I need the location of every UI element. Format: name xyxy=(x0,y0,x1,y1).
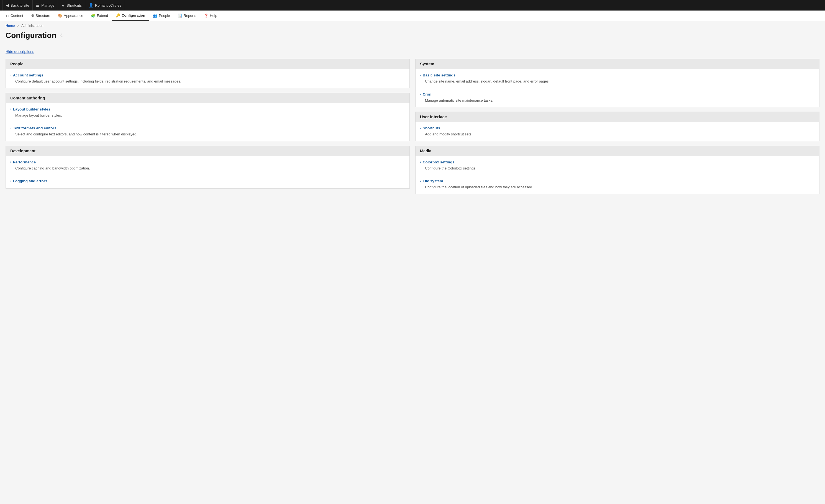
item-link-account-settings[interactable]: ›Account settings xyxy=(10,73,405,77)
chevron-icon: › xyxy=(420,127,421,130)
item-link-label-shortcuts: Shortcuts xyxy=(423,126,440,130)
config-grid: People›Account settingsConfigure default… xyxy=(6,59,819,198)
nav-configuration[interactable]: 🔑 Configuration xyxy=(112,10,149,21)
star-icon: ★ xyxy=(61,3,65,7)
nav-extend[interactable]: 🧩 Extend xyxy=(87,10,111,21)
config-section-content-authoring: Content authoring›Layout builder stylesM… xyxy=(6,93,410,141)
people-icon: 👥 xyxy=(153,14,157,18)
admin-toolbar: ◀ Back to site ☰ Manage ★ Shortcuts 👤 Ro… xyxy=(0,0,825,10)
nav-help[interactable]: ❓ Help xyxy=(200,10,221,21)
item-link-logging-errors[interactable]: ›Logging and errors xyxy=(10,179,405,183)
page-title: Configuration xyxy=(6,31,57,40)
item-link-layout-builder-styles[interactable]: ›Layout builder styles xyxy=(10,107,405,111)
reports-icon: 📊 xyxy=(178,14,182,18)
secondary-nav: ◻ Content ⚙ Structure 🎨 Appearance 🧩 Ext… xyxy=(0,10,825,21)
manage-icon: ☰ xyxy=(36,3,40,7)
content-icon: ◻ xyxy=(6,14,9,18)
left-column: People›Account settingsConfigure default… xyxy=(6,59,410,198)
configuration-icon: 🔑 xyxy=(116,13,120,17)
back-to-site-label: Back to site xyxy=(10,3,29,7)
item-link-label-layout-builder-styles: Layout builder styles xyxy=(13,107,51,111)
breadcrumb-separator: > xyxy=(17,24,19,28)
chevron-icon: › xyxy=(10,160,11,164)
section-header-media: Media xyxy=(416,146,819,156)
item-desc-shortcuts: Add and modify shortcut sets. xyxy=(420,132,815,137)
config-section-media: Media›Colorbox settingsConfigure the Col… xyxy=(415,146,819,194)
section-item-shortcuts: ›ShortcutsAdd and modify shortcut sets. xyxy=(416,122,819,141)
chevron-icon: › xyxy=(420,92,421,96)
manage-button[interactable]: ☰ Manage xyxy=(33,0,58,10)
user-icon: 👤 xyxy=(89,3,93,7)
breadcrumb-home[interactable]: Home xyxy=(6,24,15,28)
shortcuts-label: Shortcuts xyxy=(67,3,82,7)
chevron-icon: › xyxy=(10,179,11,183)
right-column: System›Basic site settingsChange site na… xyxy=(415,59,819,198)
user-button[interactable]: 👤 RomanticCircles xyxy=(85,0,125,10)
section-item-performance: ›PerformanceConfigure caching and bandwi… xyxy=(6,156,409,175)
nav-people-label: People xyxy=(159,14,170,18)
item-link-label-account-settings: Account settings xyxy=(13,73,44,77)
item-link-file-system[interactable]: ›File system xyxy=(420,179,815,183)
config-section-system: System›Basic site settingsChange site na… xyxy=(415,59,819,107)
item-link-colorbox-settings[interactable]: ›Colorbox settings xyxy=(420,160,815,164)
section-item-account-settings: ›Account settingsConfigure default user … xyxy=(6,69,409,88)
breadcrumb-admin: Administration xyxy=(21,24,43,28)
bookmark-icon[interactable]: ☆ xyxy=(59,32,64,39)
config-section-user-interface: User interface›ShortcutsAdd and modify s… xyxy=(415,111,819,141)
item-desc-account-settings: Configure default user account settings,… xyxy=(10,79,405,84)
shortcuts-button[interactable]: ★ Shortcuts xyxy=(58,0,85,10)
nav-content[interactable]: ◻ Content xyxy=(2,10,27,21)
item-link-shortcuts[interactable]: ›Shortcuts xyxy=(420,126,815,130)
section-item-text-formats-editors: ›Text formats and editorsSelect and conf… xyxy=(6,122,409,141)
nav-content-label: Content xyxy=(10,14,23,18)
item-desc-colorbox-settings: Configure the Colorbox settings. xyxy=(420,166,815,171)
section-header-development: Development xyxy=(6,146,409,156)
nav-appearance[interactable]: 🎨 Appearance xyxy=(54,10,87,21)
item-link-cron[interactable]: ›Cron xyxy=(420,92,815,96)
chevron-icon: › xyxy=(10,107,11,111)
chevron-icon: › xyxy=(420,74,421,77)
nav-reports-label: Reports xyxy=(184,14,197,18)
back-to-site-button[interactable]: ◀ Back to site xyxy=(2,0,33,10)
section-item-colorbox-settings: ›Colorbox settingsConfigure the Colorbox… xyxy=(416,156,819,175)
item-link-label-cron: Cron xyxy=(423,92,432,96)
section-header-system: System xyxy=(416,59,819,69)
item-link-label-text-formats-editors: Text formats and editors xyxy=(13,126,57,130)
structure-icon: ⚙ xyxy=(31,14,34,18)
item-link-basic-site-settings[interactable]: ›Basic site settings xyxy=(420,73,815,77)
chevron-icon: › xyxy=(10,127,11,130)
section-item-logging-errors: ›Logging and errors xyxy=(6,175,409,188)
section-item-cron: ›CronManage automatic site maintenance t… xyxy=(416,88,819,107)
back-arrow-icon: ◀ xyxy=(6,3,9,7)
section-item-basic-site-settings: ›Basic site settingsChange site name, em… xyxy=(416,69,819,88)
nav-appearance-label: Appearance xyxy=(64,14,83,18)
config-section-development: Development›PerformanceConfigure caching… xyxy=(6,146,410,189)
item-desc-layout-builder-styles: Manage layout builder styles. xyxy=(10,113,405,118)
item-link-label-performance: Performance xyxy=(13,160,36,164)
chevron-icon: › xyxy=(420,179,421,183)
item-link-label-colorbox-settings: Colorbox settings xyxy=(423,160,455,164)
section-item-layout-builder-styles: ›Layout builder stylesManage layout buil… xyxy=(6,103,409,122)
chevron-icon: › xyxy=(10,74,11,77)
page-header: Configuration ☆ xyxy=(0,29,825,45)
main-content: Hide descriptions People›Account setting… xyxy=(0,45,825,203)
nav-reports[interactable]: 📊 Reports xyxy=(174,10,200,21)
nav-people[interactable]: 👥 People xyxy=(149,10,174,21)
nav-structure[interactable]: ⚙ Structure xyxy=(27,10,54,21)
item-link-performance[interactable]: ›Performance xyxy=(10,160,405,164)
nav-help-label: Help xyxy=(210,14,217,18)
section-item-file-system: ›File systemConfigure the location of up… xyxy=(416,175,819,194)
section-header-people: People xyxy=(6,59,409,69)
breadcrumb: Home > Administration xyxy=(0,21,825,29)
nav-extend-label: Extend xyxy=(97,14,108,18)
nav-configuration-label: Configuration xyxy=(122,13,145,17)
help-icon: ❓ xyxy=(204,14,208,18)
hide-descriptions-link[interactable]: Hide descriptions xyxy=(6,50,34,54)
section-header-user-interface: User interface xyxy=(416,112,819,122)
item-desc-cron: Manage automatic site maintenance tasks. xyxy=(420,98,815,103)
appearance-icon: 🎨 xyxy=(58,14,62,18)
item-link-text-formats-editors[interactable]: ›Text formats and editors xyxy=(10,126,405,130)
config-section-people: People›Account settingsConfigure default… xyxy=(6,59,410,88)
manage-label: Manage xyxy=(41,3,54,7)
extend-icon: 🧩 xyxy=(91,14,95,18)
